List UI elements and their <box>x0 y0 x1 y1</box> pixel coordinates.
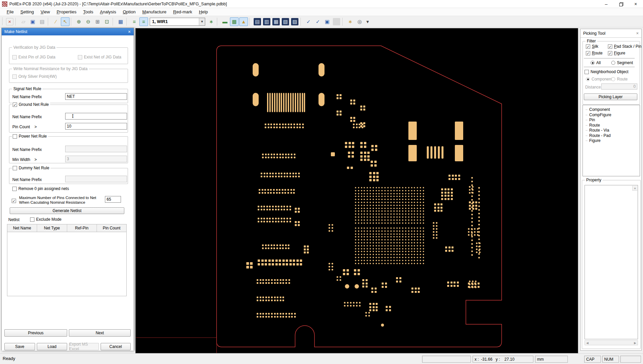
dialog-close-icon[interactable]: × <box>126 29 132 35</box>
route-checkbox[interactable]: Route <box>586 51 603 55</box>
exclude-mode-checkbox[interactable]: Exclude Mode <box>30 217 61 222</box>
component-window-icon[interactable]: ▤ <box>253 17 262 26</box>
menu-analysis[interactable]: Analysis <box>97 8 119 16</box>
active-layer-icon[interactable]: ≡ <box>139 17 148 26</box>
max-pins-input[interactable] <box>105 196 121 203</box>
toolbar-overflow-icon[interactable]: ▾ <box>365 17 371 26</box>
mount-view-icon[interactable]: ▲ <box>239 17 248 26</box>
zoom-window-icon[interactable]: ⊞ <box>93 17 102 26</box>
scroll-up-icon[interactable]: ▲ <box>632 186 637 191</box>
select-cursor-icon[interactable]: ↖ <box>61 17 70 26</box>
minimize-button[interactable]: – <box>599 0 614 8</box>
column-header-ref-pin[interactable]: Ref-Pin <box>67 224 97 232</box>
layer-combobox[interactable]: 1, WIR1▾ <box>150 18 205 26</box>
open-folder-icon[interactable]: ▱ <box>19 17 28 26</box>
layer-item-compfigure[interactable]: CompFigure <box>583 113 640 118</box>
layer-item-pin[interactable]: Pin <box>583 118 640 123</box>
zoom-fit-icon[interactable]: ⊡ <box>103 17 111 26</box>
pad-stack-pin-checkbox[interactable]: Pad Stack / Pin <box>608 44 641 49</box>
property-hscrollbar[interactable]: ◀ ▶ <box>585 340 638 345</box>
scroll-right-icon[interactable]: ▶ <box>633 341 638 345</box>
ground-prefix-input[interactable] <box>65 113 127 120</box>
component-radio[interactable]: Component <box>586 77 612 81</box>
exist-net-checkbox[interactable]: Exist Net of JIG Data <box>78 55 121 59</box>
pcb-canvas[interactable] <box>135 28 578 353</box>
all-radio[interactable]: All <box>591 60 601 65</box>
print-icon[interactable]: ▤ <box>38 17 46 26</box>
exist-pin-checkbox[interactable]: Exist Pin of JIG Data <box>12 55 55 59</box>
power-net-rule-checkbox[interactable]: Power Net Rule <box>13 134 47 139</box>
restore-button[interactable] <box>614 0 628 8</box>
dummy-prefix-input[interactable] <box>65 176 127 182</box>
display-option-icon[interactable]: ▦ <box>116 17 125 26</box>
ground-net-rule-checkbox[interactable]: Ground Net Rule <box>13 102 49 107</box>
save-button[interactable]: Save <box>4 343 35 350</box>
silk-checkbox[interactable]: Silk <box>586 44 598 49</box>
ground-pin-count-input[interactable] <box>65 123 127 130</box>
empty-slot-icon[interactable] <box>332 17 341 26</box>
column-header-net-type[interactable]: Net Type <box>37 224 67 232</box>
load-button[interactable]: Load <box>37 343 67 350</box>
zoom-out-icon[interactable]: ⊖ <box>84 17 93 26</box>
check-route-icon[interactable]: ✓ <box>313 17 322 26</box>
previous-button[interactable]: Previous <box>4 329 67 337</box>
tools-icon[interactable]: ∗ <box>346 17 355 26</box>
picking-layer-list[interactable]: ComponentCompFigurePinRouteRoute - ViaRo… <box>583 105 640 176</box>
menu-red-mark[interactable]: Red-mark <box>170 8 196 16</box>
signal-prefix-input[interactable] <box>65 93 127 100</box>
save-icon[interactable]: ▣ <box>28 17 37 26</box>
column-header-net-name[interactable]: Net Name <box>7 224 37 232</box>
menu-tools[interactable]: Tools <box>80 8 97 16</box>
dialog-titlebar[interactable]: Make Netlist × <box>2 28 134 35</box>
layer-item-figure[interactable]: Figure <box>583 138 640 144</box>
net-window-icon[interactable]: ▥ <box>262 17 271 26</box>
dummy-net-rule-checkbox[interactable]: Dummy Net Rule <box>13 166 49 170</box>
export-excel-button[interactable]: Export MS Excel <box>69 343 99 350</box>
part-window-icon[interactable]: ▦ <box>272 17 280 26</box>
menu-properties[interactable]: Properties <box>53 8 80 16</box>
combo-dropdown-arrow-icon[interactable]: ▾ <box>199 18 205 25</box>
max-pins-checkbox[interactable] <box>12 199 16 203</box>
layer-item-route[interactable]: Route <box>583 123 640 128</box>
menu-file[interactable]: File <box>3 8 17 16</box>
next-button[interactable]: Next <box>69 329 131 337</box>
check-save-icon[interactable]: ▣ <box>323 17 332 26</box>
close-button[interactable]: × <box>628 0 643 8</box>
segment-radio[interactable]: Segment <box>611 60 633 65</box>
menu-setting[interactable]: Setting <box>17 8 37 16</box>
picking-tool-header[interactable]: Picking Tool × <box>581 29 641 38</box>
distance-input[interactable] <box>601 83 637 89</box>
figure-checkbox[interactable]: Figure <box>608 51 625 55</box>
check-net-icon[interactable]: ✓ <box>304 17 313 26</box>
power-min-width-input[interactable] <box>65 156 127 162</box>
power-prefix-input[interactable] <box>65 146 127 152</box>
measure-ruler-icon[interactable]: ∕ <box>51 17 60 26</box>
layer-item-route-pad[interactable]: Route - Pad <box>583 133 640 139</box>
layer-setting-icon[interactable]: ∗ <box>207 17 216 26</box>
only-silver-point-checkbox[interactable]: Only Silver Point(4W) <box>12 74 57 79</box>
picking-layer-button[interactable]: Picking Layer <box>584 94 637 100</box>
panel-close-icon[interactable]: × <box>636 31 639 36</box>
menu-view[interactable]: View <box>37 8 53 16</box>
list-window-icon[interactable]: ▨ <box>290 17 299 26</box>
menu-manufacture[interactable]: Manufacture <box>139 8 170 16</box>
pattern-view-icon[interactable]: ▩ <box>230 17 239 26</box>
menu-help[interactable]: Help <box>196 8 211 16</box>
generate-netlist-button[interactable]: Generate Netlist <box>10 207 124 214</box>
column-header-pin-count[interactable]: Pin Count <box>97 224 126 232</box>
cancel-button[interactable]: Cancel <box>101 343 131 350</box>
layer-item-route-via[interactable]: Route - Via <box>583 128 640 133</box>
zoom-in-icon[interactable]: ⊕ <box>75 17 83 26</box>
layer-item-component[interactable]: Component <box>583 107 640 113</box>
menu-option[interactable]: Option <box>119 8 139 16</box>
scroll-left-icon[interactable]: ◀ <box>585 341 590 345</box>
property-list[interactable]: ▲ <box>585 185 638 339</box>
netlist-table-body[interactable] <box>7 232 127 296</box>
layer-stack-icon[interactable]: ≡ <box>130 17 139 26</box>
neighborhood-object-checkbox[interactable]: Neighborhood Object <box>585 69 628 74</box>
route-radio[interactable]: Route <box>611 77 628 81</box>
pad-window-icon[interactable]: ▧ <box>281 17 290 26</box>
remove-0-pin-checkbox[interactable]: Remove 0 pin assigned nets <box>12 186 69 191</box>
delete-design-icon[interactable]: × <box>5 17 14 26</box>
board-view-icon[interactable]: ▬ <box>221 17 229 26</box>
